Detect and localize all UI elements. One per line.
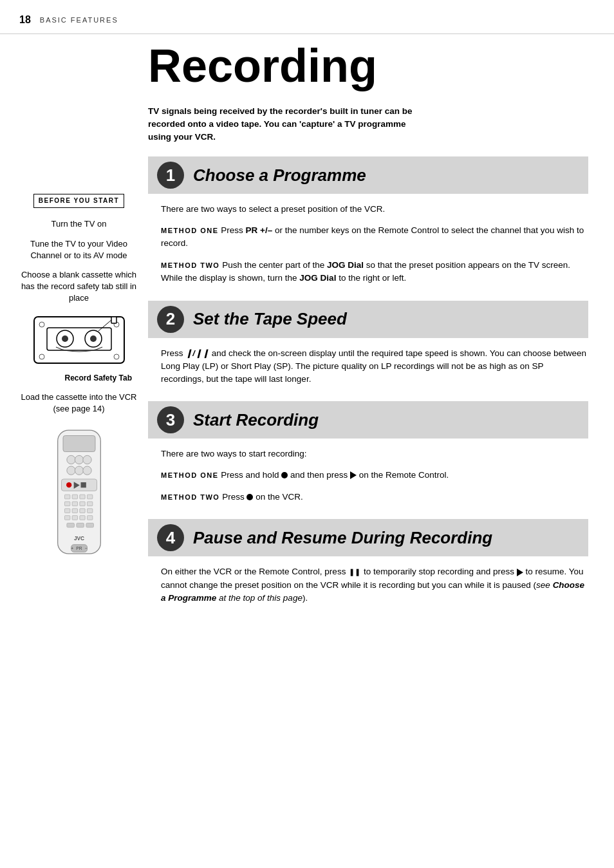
svg-rect-38 bbox=[79, 516, 84, 520]
cassette-illustration bbox=[28, 312, 131, 370]
svg-text:+: + bbox=[71, 546, 73, 551]
step-2-circle: 2 bbox=[157, 306, 184, 333]
svg-rect-36 bbox=[64, 516, 70, 520]
step-1-method-one: METHOD ONE Press PR +/– or the number ke… bbox=[161, 224, 588, 250]
step-1-content: There are two ways to select a preset po… bbox=[161, 203, 588, 285]
method-two-text: Push the center part of the JOG Dial so … bbox=[161, 260, 570, 283]
step-2-content: Press ❙/❙❙ and check the on-screen displ… bbox=[161, 347, 588, 386]
page-number: 18 bbox=[19, 13, 31, 27]
page: 18 BASIC FEATURES Recording TV signals b… bbox=[0, 0, 614, 868]
svg-rect-34 bbox=[79, 509, 84, 513]
svg-rect-26 bbox=[79, 495, 84, 499]
record-safety-tab-label: Record Safety Tab bbox=[19, 373, 138, 384]
step-1-method-two: METHOD TWO Push the center part of the J… bbox=[161, 259, 588, 285]
svg-rect-41 bbox=[76, 523, 84, 527]
record-dot-icon bbox=[281, 472, 288, 478]
step-4-content: On either the VCR or the Remote Control,… bbox=[161, 565, 588, 605]
step-4-title: Pause and Resume During Recording bbox=[193, 526, 492, 549]
method-one-text: Press PR +/– or the number keys on the R… bbox=[161, 225, 584, 248]
step-4-header: 4 Pause and Resume During Recording bbox=[148, 519, 588, 556]
svg-point-23 bbox=[66, 482, 71, 487]
svg-point-17 bbox=[66, 466, 75, 475]
step-3-header: 3 Start Recording bbox=[148, 401, 588, 439]
svg-point-6 bbox=[39, 322, 44, 327]
step-3-method-one-label: METHOD ONE bbox=[161, 471, 219, 479]
step-4-circle: 4 bbox=[157, 524, 184, 551]
ff-symbol: ❙/❙❙ bbox=[185, 347, 209, 360]
svg-point-8 bbox=[39, 354, 44, 359]
step-4-section: 4 Pause and Resume During Recording On e… bbox=[161, 519, 588, 605]
sidebar-item-tune-tv: Tune the TV to your Video Channel or to … bbox=[19, 238, 138, 261]
step-3-method-two: METHOD TWO Press on the VCR. bbox=[161, 491, 588, 504]
sidebar-load-cassette: Load the cassette into the VCR (see page… bbox=[19, 392, 138, 415]
remote-control-illustration: JVC PR + − bbox=[37, 428, 121, 589]
svg-rect-10 bbox=[111, 317, 116, 323]
step-3-method-two-text: Press on the VCR. bbox=[222, 492, 303, 502]
play-icon bbox=[350, 471, 357, 479]
svg-rect-22 bbox=[80, 482, 86, 487]
pause-icon bbox=[349, 565, 360, 578]
svg-rect-27 bbox=[87, 495, 92, 499]
left-sidebar: BEFORE YOU START Turn the TV on Tune the… bbox=[0, 156, 148, 620]
page-header: 18 BASIC FEATURES bbox=[0, 13, 614, 34]
svg-rect-29 bbox=[72, 502, 77, 506]
step-1-circle: 1 bbox=[157, 162, 184, 189]
svg-rect-24 bbox=[64, 495, 70, 499]
step-2-title: Set the Tape Speed bbox=[193, 307, 347, 330]
svg-text:JVC: JVC bbox=[73, 535, 84, 542]
step-3-method-one-text: Press and hold and then press on the Rem… bbox=[221, 470, 449, 480]
svg-rect-42 bbox=[86, 523, 93, 527]
sidebar-item-blank-cassette: Choose a blank cassette which has the re… bbox=[19, 269, 138, 305]
svg-point-9 bbox=[114, 354, 119, 359]
svg-text:PR: PR bbox=[76, 546, 82, 551]
italic-ref: see Choose a Programme at the top of thi… bbox=[161, 580, 584, 603]
svg-point-16 bbox=[82, 455, 91, 464]
svg-rect-0 bbox=[34, 317, 124, 363]
step-3-method-two-label: METHOD TWO bbox=[161, 493, 219, 501]
right-content: 1 Choose a Programme There are two ways … bbox=[148, 156, 614, 620]
page-title: Recording bbox=[0, 34, 614, 98]
method-two-label: METHOD TWO bbox=[161, 261, 219, 269]
svg-rect-13 bbox=[63, 436, 95, 452]
svg-text:−: − bbox=[84, 546, 87, 551]
step-3-section: 3 Start Recording There are two ways to … bbox=[161, 401, 588, 504]
step-3-content: There are two ways to start recording: M… bbox=[161, 448, 588, 504]
step-2-header: 2 Set the Tape Speed bbox=[148, 301, 588, 338]
svg-point-15 bbox=[75, 455, 83, 464]
svg-point-3 bbox=[62, 335, 68, 342]
svg-rect-35 bbox=[87, 509, 92, 513]
step-3-method-one: METHOD ONE Press and hold and then press… bbox=[161, 469, 588, 482]
step-1-title: Choose a Programme bbox=[193, 164, 366, 187]
before-you-start-label: BEFORE YOU START bbox=[33, 194, 124, 208]
svg-point-14 bbox=[66, 455, 75, 464]
svg-rect-33 bbox=[72, 509, 77, 513]
section-label: BASIC FEATURES bbox=[40, 15, 118, 25]
step-2-text: Press ❙/❙❙ and check the on-screen displ… bbox=[161, 347, 588, 386]
step-3-before-text: There are two ways to start recording: bbox=[161, 448, 588, 460]
subtitle-text: TV signals being received by the recorde… bbox=[0, 99, 451, 157]
svg-point-18 bbox=[75, 466, 83, 475]
step-2-section: 2 Set the Tape Speed Press ❙/❙❙ and chec… bbox=[161, 301, 588, 386]
step-3-title: Start Recording bbox=[193, 408, 319, 431]
step-4-text: On either the VCR or the Remote Control,… bbox=[161, 565, 588, 605]
play-icon-2 bbox=[517, 569, 523, 576]
svg-rect-30 bbox=[79, 502, 84, 506]
svg-rect-40 bbox=[66, 523, 74, 527]
step-1-before-text: There are two ways to select a preset po… bbox=[161, 203, 588, 216]
svg-rect-28 bbox=[64, 502, 70, 506]
svg-rect-39 bbox=[87, 516, 92, 520]
svg-line-11 bbox=[98, 320, 111, 331]
step-1-header: 1 Choose a Programme bbox=[148, 156, 588, 194]
sidebar-item-turn-tv: Turn the TV on bbox=[19, 218, 138, 230]
svg-rect-31 bbox=[87, 502, 92, 506]
svg-point-5 bbox=[90, 335, 97, 342]
svg-point-19 bbox=[82, 466, 91, 475]
method-one-label: METHOD ONE bbox=[161, 227, 219, 234]
record-dot-icon-2 bbox=[247, 494, 253, 500]
content-area: BEFORE YOU START Turn the TV on Tune the… bbox=[0, 156, 614, 620]
svg-rect-32 bbox=[64, 509, 70, 513]
step-3-circle: 3 bbox=[157, 406, 184, 433]
step-1-section: 1 Choose a Programme There are two ways … bbox=[161, 156, 588, 285]
svg-rect-37 bbox=[72, 516, 77, 520]
svg-rect-25 bbox=[72, 495, 77, 499]
